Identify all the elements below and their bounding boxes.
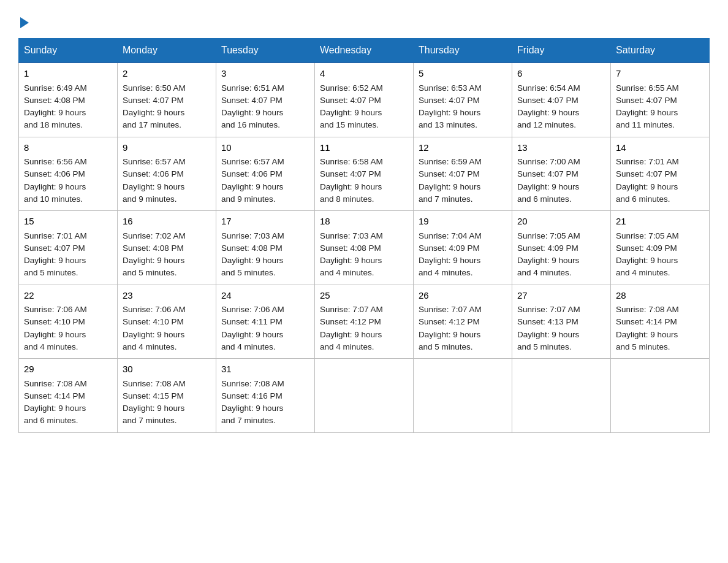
- sunrise-info: Sunrise: 6:57 AMSunset: 4:06 PMDaylight:…: [123, 157, 186, 204]
- calendar-cell: 17Sunrise: 7:03 AMSunset: 4:08 PMDayligh…: [216, 211, 315, 285]
- calendar-header-row: SundayMondayTuesdayWednesdayThursdayFrid…: [19, 39, 710, 63]
- sunrise-info: Sunrise: 6:54 AMSunset: 4:07 PMDaylight:…: [517, 83, 580, 130]
- sunrise-info: Sunrise: 7:08 AMSunset: 4:15 PMDaylight:…: [123, 379, 186, 426]
- day-number: 4: [320, 67, 408, 81]
- calendar-cell: [611, 359, 710, 433]
- calendar-cell: 5Sunrise: 6:53 AMSunset: 4:07 PMDaylight…: [414, 63, 512, 137]
- calendar-cell: 9Sunrise: 6:57 AMSunset: 4:06 PMDaylight…: [118, 137, 216, 211]
- calendar-cell: 20Sunrise: 7:05 AMSunset: 4:09 PMDayligh…: [512, 211, 611, 285]
- sunrise-info: Sunrise: 7:06 AMSunset: 4:11 PMDaylight:…: [221, 305, 284, 351]
- day-number: 15: [24, 215, 112, 229]
- day-number: 30: [123, 362, 211, 377]
- day-number: 7: [616, 67, 704, 81]
- week-row-1: 1Sunrise: 6:49 AMSunset: 4:08 PMDaylight…: [19, 63, 710, 137]
- calendar-cell: 22Sunrise: 7:06 AMSunset: 4:10 PMDayligh…: [19, 285, 118, 359]
- calendar-cell: 25Sunrise: 7:07 AMSunset: 4:12 PMDayligh…: [315, 285, 414, 359]
- sunrise-info: Sunrise: 7:06 AMSunset: 4:10 PMDaylight:…: [24, 305, 87, 351]
- calendar-cell: 8Sunrise: 6:56 AMSunset: 4:06 PMDaylight…: [19, 137, 118, 211]
- calendar-cell: 12Sunrise: 6:59 AMSunset: 4:07 PMDayligh…: [414, 137, 512, 211]
- sunrise-info: Sunrise: 6:57 AMSunset: 4:06 PMDaylight:…: [221, 157, 284, 204]
- logo: [18, 18, 29, 26]
- calendar-cell: 10Sunrise: 6:57 AMSunset: 4:06 PMDayligh…: [216, 137, 315, 211]
- calendar-cell: 2Sunrise: 6:50 AMSunset: 4:07 PMDaylight…: [118, 63, 216, 137]
- sunrise-info: Sunrise: 7:05 AMSunset: 4:09 PMDaylight:…: [517, 231, 580, 278]
- sunrise-info: Sunrise: 6:52 AMSunset: 4:07 PMDaylight:…: [320, 83, 383, 130]
- day-number: 11: [320, 141, 408, 155]
- day-number: 21: [616, 215, 704, 229]
- calendar-cell: 26Sunrise: 7:07 AMSunset: 4:12 PMDayligh…: [414, 285, 512, 359]
- header-friday: Friday: [512, 39, 611, 63]
- week-row-5: 29Sunrise: 7:08 AMSunset: 4:14 PMDayligh…: [19, 359, 710, 433]
- calendar-cell: 3Sunrise: 6:51 AMSunset: 4:07 PMDaylight…: [216, 63, 315, 137]
- header-saturday: Saturday: [611, 39, 710, 63]
- sunrise-info: Sunrise: 7:07 AMSunset: 4:12 PMDaylight:…: [320, 305, 383, 351]
- calendar-cell: 4Sunrise: 6:52 AMSunset: 4:07 PMDaylight…: [315, 63, 414, 137]
- day-number: 20: [517, 215, 605, 229]
- sunrise-info: Sunrise: 6:50 AMSunset: 4:07 PMDaylight:…: [123, 83, 186, 130]
- calendar-cell: 13Sunrise: 7:00 AMSunset: 4:07 PMDayligh…: [512, 137, 611, 211]
- day-number: 2: [123, 67, 211, 81]
- day-number: 3: [221, 67, 309, 81]
- header-tuesday: Tuesday: [216, 39, 315, 63]
- page-header: [18, 18, 710, 26]
- day-number: 1: [24, 67, 112, 81]
- sunrise-info: Sunrise: 6:55 AMSunset: 4:07 PMDaylight:…: [616, 83, 679, 130]
- day-number: 6: [517, 67, 605, 81]
- calendar-cell: 18Sunrise: 7:03 AMSunset: 4:08 PMDayligh…: [315, 211, 414, 285]
- header-wednesday: Wednesday: [315, 39, 414, 63]
- week-row-4: 22Sunrise: 7:06 AMSunset: 4:10 PMDayligh…: [19, 285, 710, 359]
- day-number: 12: [419, 141, 507, 155]
- week-row-3: 15Sunrise: 7:01 AMSunset: 4:07 PMDayligh…: [19, 211, 710, 285]
- day-number: 31: [221, 362, 309, 377]
- day-number: 13: [517, 141, 605, 155]
- day-number: 19: [419, 215, 507, 229]
- sunrise-info: Sunrise: 6:58 AMSunset: 4:07 PMDaylight:…: [320, 157, 383, 204]
- calendar-cell: [512, 359, 611, 433]
- calendar-cell: 15Sunrise: 7:01 AMSunset: 4:07 PMDayligh…: [19, 211, 118, 285]
- calendar-cell: 7Sunrise: 6:55 AMSunset: 4:07 PMDaylight…: [611, 63, 710, 137]
- sunrise-info: Sunrise: 7:03 AMSunset: 4:08 PMDaylight:…: [320, 231, 383, 278]
- header-monday: Monday: [118, 39, 216, 63]
- day-number: 17: [221, 215, 309, 229]
- week-row-2: 8Sunrise: 6:56 AMSunset: 4:06 PMDaylight…: [19, 137, 710, 211]
- calendar-cell: 11Sunrise: 6:58 AMSunset: 4:07 PMDayligh…: [315, 137, 414, 211]
- calendar-cell: 16Sunrise: 7:02 AMSunset: 4:08 PMDayligh…: [118, 211, 216, 285]
- day-number: 29: [24, 362, 112, 377]
- sunrise-info: Sunrise: 6:53 AMSunset: 4:07 PMDaylight:…: [419, 83, 482, 130]
- day-number: 10: [221, 141, 309, 155]
- calendar-cell: 31Sunrise: 7:08 AMSunset: 4:16 PMDayligh…: [216, 359, 315, 433]
- calendar-cell: 21Sunrise: 7:05 AMSunset: 4:09 PMDayligh…: [611, 211, 710, 285]
- sunrise-info: Sunrise: 6:59 AMSunset: 4:07 PMDaylight:…: [419, 157, 482, 204]
- day-number: 24: [221, 289, 309, 303]
- calendar-cell: 29Sunrise: 7:08 AMSunset: 4:14 PMDayligh…: [19, 359, 118, 433]
- day-number: 16: [123, 215, 211, 229]
- day-number: 14: [616, 141, 704, 155]
- day-number: 28: [616, 289, 704, 303]
- calendar-table: SundayMondayTuesdayWednesdayThursdayFrid…: [18, 38, 710, 433]
- sunrise-info: Sunrise: 7:02 AMSunset: 4:08 PMDaylight:…: [123, 231, 186, 278]
- calendar-cell: 24Sunrise: 7:06 AMSunset: 4:11 PMDayligh…: [216, 285, 315, 359]
- sunrise-info: Sunrise: 7:07 AMSunset: 4:13 PMDaylight:…: [517, 305, 580, 351]
- sunrise-info: Sunrise: 7:00 AMSunset: 4:07 PMDaylight:…: [517, 157, 580, 204]
- sunrise-info: Sunrise: 7:03 AMSunset: 4:08 PMDaylight:…: [221, 231, 284, 278]
- sunrise-info: Sunrise: 6:56 AMSunset: 4:06 PMDaylight:…: [24, 157, 87, 204]
- day-number: 26: [419, 289, 507, 303]
- sunrise-info: Sunrise: 7:01 AMSunset: 4:07 PMDaylight:…: [24, 231, 87, 278]
- sunrise-info: Sunrise: 7:04 AMSunset: 4:09 PMDaylight:…: [419, 231, 482, 278]
- sunrise-info: Sunrise: 7:05 AMSunset: 4:09 PMDaylight:…: [616, 231, 679, 278]
- calendar-cell: [414, 359, 512, 433]
- calendar-cell: 6Sunrise: 6:54 AMSunset: 4:07 PMDaylight…: [512, 63, 611, 137]
- sunrise-info: Sunrise: 7:08 AMSunset: 4:14 PMDaylight:…: [24, 379, 87, 426]
- day-number: 18: [320, 215, 408, 229]
- sunrise-info: Sunrise: 7:07 AMSunset: 4:12 PMDaylight:…: [419, 305, 482, 351]
- day-number: 5: [419, 67, 507, 81]
- calendar-cell: 1Sunrise: 6:49 AMSunset: 4:08 PMDaylight…: [19, 63, 118, 137]
- sunrise-info: Sunrise: 6:51 AMSunset: 4:07 PMDaylight:…: [221, 83, 284, 130]
- day-number: 8: [24, 141, 112, 155]
- sunrise-info: Sunrise: 7:08 AMSunset: 4:16 PMDaylight:…: [221, 379, 284, 426]
- calendar-cell: 27Sunrise: 7:07 AMSunset: 4:13 PMDayligh…: [512, 285, 611, 359]
- calendar-cell: 14Sunrise: 7:01 AMSunset: 4:07 PMDayligh…: [611, 137, 710, 211]
- sunrise-info: Sunrise: 7:08 AMSunset: 4:14 PMDaylight:…: [616, 305, 679, 351]
- day-number: 22: [24, 289, 112, 303]
- calendar-cell: [315, 359, 414, 433]
